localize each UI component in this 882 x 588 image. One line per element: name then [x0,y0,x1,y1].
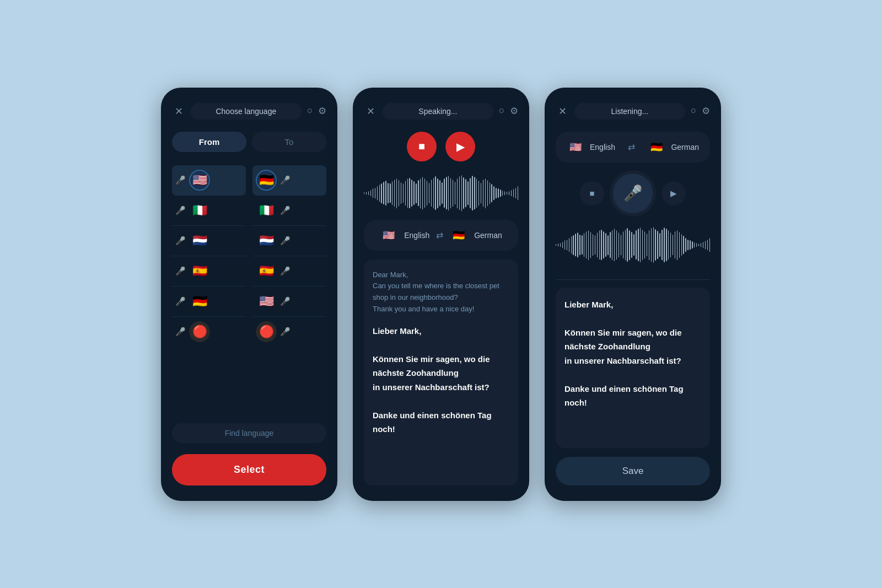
wave-bar [427,181,427,206]
wave-bar [573,235,573,255]
mic-center-button[interactable]: 🎤 [613,174,653,213]
wave-bar [588,230,589,260]
wave-bar [399,180,399,206]
clock-icon[interactable]: ○ [691,105,696,117]
wave-bar [571,236,572,254]
screen2-close-button[interactable]: ✕ [364,105,377,117]
settings-icon[interactable]: ⚙ [510,105,518,117]
wave-bar [509,191,509,195]
wave-bar [435,176,435,210]
play-small-button[interactable]: ▶ [662,181,686,206]
wave-bar [651,228,652,262]
list-item[interactable]: 🎤 🔴 [172,317,246,347]
wave-bar [498,188,498,197]
find-language-button[interactable]: Find language [172,423,326,443]
screen1-phone: ✕ Choose language ○ ⚙ From To 🎤 🇺🇸 🎤 🇮🇹 [161,88,337,501]
wave-bar [670,233,671,257]
wave-bar [675,231,675,259]
wave-bar [390,184,390,202]
wave-bar [564,240,565,249]
wave-bar [607,235,608,255]
wave-bar [610,232,610,258]
wave-bar [375,188,375,199]
left-lang-col: 🎤 🇺🇸 🎤 🇮🇹 🎤 🇳🇱 🎤 🇪🇸 🎤 🇩� [172,165,246,414]
wave-bar [442,182,442,204]
from-flag-top: 🇺🇸 [567,138,584,156]
list-item[interactable]: 🇪🇸 🎤 [252,256,326,287]
from-language-name-top: English [590,143,615,152]
wave-bar [491,184,492,202]
wave-bar [433,178,434,209]
to-language-name-top: German [671,143,699,152]
to-tab[interactable]: To [252,132,326,152]
list-item[interactable]: 🇮🇹 🎤 [252,196,326,226]
swap-icon-top[interactable]: ⇄ [628,142,635,152]
mic-icon: 🎤 [280,266,291,276]
stop-small-button[interactable]: ■ [580,181,604,206]
swap-icon[interactable]: ⇄ [436,230,443,240]
flag-de-right: 🇩🇪 [256,170,277,191]
wave-bar [485,179,486,208]
settings-icon[interactable]: ⚙ [702,105,710,117]
wave-bar [705,241,706,249]
screen3-title: Listening... [574,103,685,120]
wave-bar [422,177,423,209]
wave-bar [418,180,418,206]
wave-bar [605,233,606,257]
wave-bar [612,230,612,260]
mic-icon: 🎤 [280,296,291,306]
divider [556,279,710,280]
wave-bar [653,227,654,263]
wave-bar [461,175,462,211]
wave-bar [584,233,584,257]
flag-it-right: 🇮🇹 [256,200,277,221]
from-flag: 🇺🇸 [380,226,397,244]
wave-bar [373,188,373,197]
wave-bar [431,180,432,207]
wave-bar [694,242,695,247]
select-button[interactable]: Select [172,454,326,485]
wave-bar [463,177,464,209]
language-pair-row: 🇺🇸 English ⇄ 🇩🇪 German [364,220,518,251]
screen3-close-button[interactable]: ✕ [556,105,569,117]
wave-bar [487,180,488,206]
clock-icon[interactable]: ○ [307,105,313,117]
list-item[interactable]: 🇩🇪 🎤 [252,165,326,196]
list-item[interactable]: 🎤 🇳🇱 [172,226,246,256]
screens-container: ✕ Choose language ○ ⚙ From To 🎤 🇺🇸 🎤 🇮🇹 [161,88,721,501]
wave-bar [586,231,587,259]
list-item[interactable]: 🎤 🇩🇪 [172,287,246,317]
wave-bar [455,182,455,204]
wave-bar [677,230,677,260]
list-item[interactable]: 🎤 🇺🇸 [172,165,246,196]
clock-icon[interactable]: ○ [499,105,504,117]
save-button[interactable]: Save [556,457,710,485]
list-item[interactable]: 🎤 🇪🇸 [172,256,246,287]
play-button[interactable]: ▶ [445,132,475,161]
mic-icon: 🎤 [280,327,291,337]
settings-icon[interactable]: ⚙ [318,105,326,117]
wave-bar [385,181,386,206]
wave-bar [701,243,701,247]
list-item[interactable]: 🇳🇱 🎤 [252,226,326,256]
from-tab[interactable]: From [172,132,246,152]
from-lang-side: 🇺🇸 English [567,138,615,156]
waveform-display [364,177,518,210]
mic-icon: 🎤 [175,327,186,337]
wave-bar [446,177,447,209]
wave-bar [560,243,561,247]
wave-bar [692,241,692,249]
language-columns: 🎤 🇺🇸 🎤 🇮🇹 🎤 🇳🇱 🎤 🇪🇸 🎤 🇩� [172,165,326,414]
translated-text-3: Lieber Mark, Können Sie mir sagen, wo di… [564,298,701,410]
list-item[interactable]: 🔴 🎤 [252,317,326,347]
screen3-phone: ✕ Listening... ○ ⚙ 🇺🇸 English ⇄ 🇩🇪 Germa… [545,88,721,501]
wave-bar [476,179,477,207]
wave-bar [696,243,697,246]
list-item[interactable]: 🇺🇸 🎤 [252,287,326,317]
screen1-header: ✕ Choose language ○ ⚙ [172,103,326,120]
screen1-close-button[interactable]: ✕ [172,105,185,117]
to-flag-top: 🇩🇪 [648,138,665,156]
mic-icon: 🎤 [280,206,291,215]
stop-button[interactable]: ■ [407,132,437,161]
list-item[interactable]: 🎤 🇮🇹 [172,196,246,226]
